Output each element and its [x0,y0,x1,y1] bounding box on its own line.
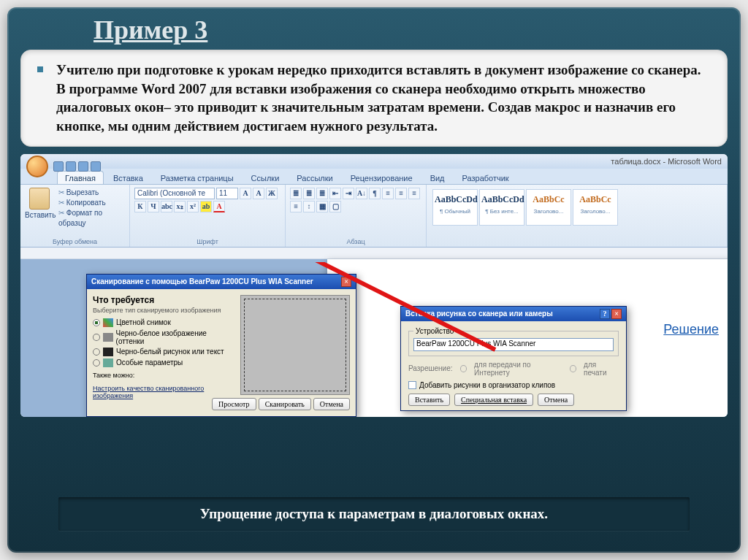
save-icon[interactable] [53,161,64,172]
ruler [20,248,728,259]
insert-button[interactable]: Вставить [408,394,450,406]
help-icon[interactable]: ? [600,309,610,319]
scan-subheading: Выберите тип сканируемого изображения [93,307,234,314]
tab-view[interactable]: Вид [422,171,453,184]
ribbon-tabs: Главная Вставка Разметка страницы Ссылки… [20,169,728,185]
paste-icon [29,188,50,210]
scan-preview [240,295,350,395]
office-button[interactable] [26,156,48,177]
footer-caption: Упрощение доступа к параметрам в диалого… [58,497,690,531]
slide: Пример 3 Учителю при подготовке к урокам… [7,7,741,553]
resolution-row: Разрешение: для передачи по Интернету дл… [408,361,619,377]
radio-custom[interactable]: Особые параметры [93,358,234,367]
group-clipboard: Вставить Вырезать Копировать Формат по о… [20,185,130,247]
group-paragraph: ≣ ≣ ≣ ⇤ ⇥ A↓ ¶ ≡ ≡ ≡ ≡ ↕ ▦ ▢ Абзац [286,185,427,247]
scanner-dialog: Сканирование с помощью BearPaw 1200CU Pl… [86,274,356,417]
cancel-button[interactable]: Отмена [313,398,350,410]
indent-inc-button[interactable]: ⇥ [343,188,354,199]
undo-icon[interactable] [66,161,76,172]
device-combo[interactable]: BearPaw 1200CU Plus WIA Scanner [413,338,614,351]
sort-button[interactable]: A↓ [356,188,367,199]
quick-access-toolbar [26,156,101,177]
paste-button[interactable]: Вставить [25,188,54,229]
radio-web[interactable] [460,365,467,372]
preview-button[interactable]: Просмотр [212,398,256,410]
special-insert-button[interactable]: Специальная вставка [454,394,533,406]
cancel-button[interactable]: Отмена [538,394,574,406]
subscript-button[interactable]: x₂ [174,201,186,212]
superscript-button[interactable]: x² [187,201,199,212]
copy-button[interactable]: Копировать [58,198,125,208]
word-screenshot: таблица.docx - Microsoft Word Главная Вс… [20,154,728,417]
justify-button[interactable]: ≡ [290,201,302,212]
underline-button[interactable]: Ч [148,201,159,212]
bullets-button[interactable]: ≣ [290,188,302,199]
highlight-button[interactable]: ab [200,201,212,212]
shrink-font-icon[interactable]: A [253,188,264,199]
style-h1[interactable]: AaBbCcЗаголово... [526,189,571,226]
close-icon[interactable]: × [341,277,351,287]
slide-paragraph: Учителю при подготовке к урокам нередко … [56,62,701,134]
doc-title: таблица.docx - Microsoft Word [611,157,722,166]
word-titlebar: таблица.docx - Microsoft Word [20,154,728,169]
scanner-dialog-title: Сканирование с помощью BearPaw 1200CU Pl… [87,275,356,289]
show-marks-button[interactable]: ¶ [369,188,381,199]
also-label: Также можно: [93,372,234,379]
font-size-combo[interactable]: 11 [216,188,238,199]
tab-layout[interactable]: Разметка страницы [153,171,242,184]
align-center-button[interactable]: ≡ [395,188,407,199]
font-color-button[interactable]: A [213,201,225,212]
bullet-icon [37,66,43,72]
grow-font-icon[interactable]: A [240,188,251,199]
add-clips-checkbox[interactable]: Добавить рисунки в организатор клипов [408,381,619,390]
radio-gray[interactable]: Черно-белое изображение (оттенки [93,329,234,345]
insert-scanner-dialog: Вставка рисунка со сканера или камеры ? … [400,306,627,411]
radio-bw[interactable]: Черно-белый рисунок или текст [93,348,234,356]
bold-button[interactable]: Ж [266,188,278,199]
cut-button[interactable]: Вырезать [58,188,125,198]
adjust-quality-link[interactable]: Настроить качество сканированного изобра… [93,385,234,399]
qat-custom-icon[interactable] [91,161,101,172]
insert-dialog-title: Вставка рисунка со сканера или камеры ? … [401,307,626,321]
solution-link[interactable]: Решение [660,321,722,339]
shading-button[interactable]: ▦ [316,201,328,212]
radio-print[interactable] [570,365,576,372]
align-left-button[interactable]: ≡ [382,188,394,199]
borders-button[interactable]: ▢ [329,201,341,212]
numbering-button[interactable]: ≣ [303,188,315,199]
strike-button[interactable]: abc [161,201,172,212]
line-spacing-button[interactable]: ↕ [303,201,315,212]
tab-dev[interactable]: Разработчик [454,171,517,184]
style-h2[interactable]: AaBbCcЗаголово... [573,189,618,226]
align-right-button[interactable]: ≡ [408,188,420,199]
tab-mail[interactable]: Рассылки [289,171,340,184]
scan-button[interactable]: Сканировать [259,398,311,410]
text-panel: Учителю при подготовке к урокам нередко … [20,50,728,147]
format-painter-button[interactable]: Формат по образцу [58,208,125,229]
radio-color[interactable]: Цветной снимок [93,318,234,327]
multilevel-button[interactable]: ≣ [316,188,328,199]
indent-dec-button[interactable]: ⇤ [329,188,341,199]
ribbon-body: Вставить Вырезать Копировать Формат по о… [20,185,728,248]
slide-title: Пример 3 [7,7,741,50]
tab-review[interactable]: Рецензирование [343,171,421,184]
tab-refs[interactable]: Ссылки [243,171,288,184]
close-icon[interactable]: × [611,309,622,319]
style-normal[interactable]: AaBbCcDd¶ Обычный [432,189,478,226]
group-styles: AaBbCcDd¶ Обычный AaBbCcDd¶ Без инте... … [427,185,728,247]
font-name-combo[interactable]: Calibri (Основной те [134,188,215,199]
italic-button[interactable]: К [134,201,146,212]
tab-insert[interactable]: Вставка [105,171,151,184]
device-fieldset: Устройство BearPaw 1200CU Plus WIA Scann… [408,327,619,356]
group-font: Calibri (Основной те 11 A A Ж К Ч abc x₂… [130,185,286,247]
clipboard-items: Вырезать Копировать Формат по образцу [58,188,125,229]
style-nointv[interactable]: AaBbCcDd¶ Без инте... [479,189,524,226]
scan-heading: Что требуется [93,295,234,305]
redo-icon[interactable] [78,161,88,172]
